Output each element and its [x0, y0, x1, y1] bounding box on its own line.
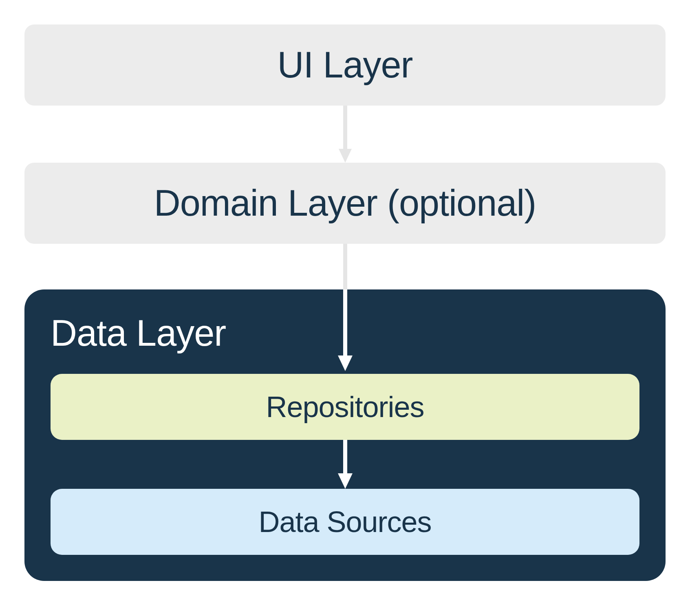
data-layer-container: Data Layer Repositories Data Sources — [24, 289, 666, 581]
arrow-down-icon — [336, 289, 354, 371]
arrow-ui-to-domain — [337, 106, 353, 163]
arrow-repositories-to-datasources — [51, 440, 639, 489]
svg-marker-4 — [338, 355, 353, 371]
ui-layer-label: UI Layer — [277, 44, 412, 85]
domain-layer-label: Domain Layer (optional) — [154, 183, 536, 223]
data-sources-box: Data Sources — [51, 489, 639, 555]
svg-marker-1 — [339, 149, 352, 163]
svg-marker-6 — [338, 473, 353, 489]
arrow-down-icon — [337, 244, 353, 293]
domain-layer-box: Domain Layer (optional) — [24, 163, 666, 244]
arrow-down-icon — [337, 106, 353, 163]
repositories-box: Repositories — [51, 374, 639, 440]
ui-layer-box: UI Layer — [24, 24, 666, 106]
repositories-label: Repositories — [266, 391, 424, 423]
arrow-down-icon — [336, 440, 354, 489]
data-sources-label: Data Sources — [258, 506, 431, 538]
arrow-domain-to-data-outer — [337, 244, 353, 293]
arrow-domain-to-repositories — [336, 289, 354, 373]
architecture-diagram: UI Layer Domain Layer (optional) Data La… — [24, 24, 666, 581]
